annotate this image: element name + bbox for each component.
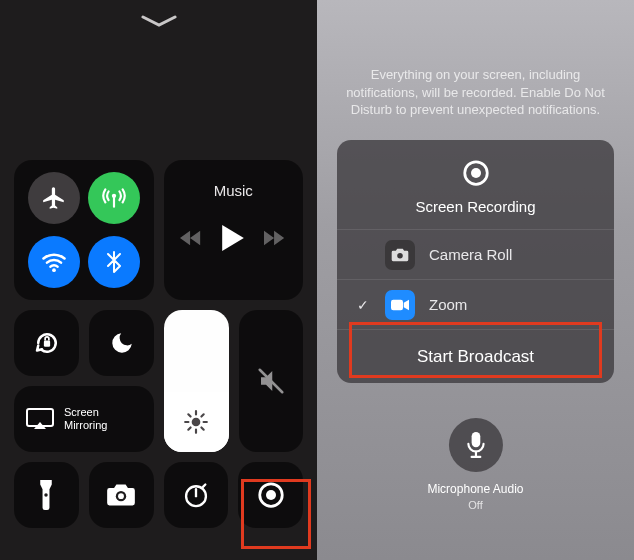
camera-roll-icon bbox=[385, 240, 415, 270]
wifi-toggle[interactable] bbox=[28, 236, 80, 288]
brightness-icon bbox=[183, 409, 209, 435]
camera-button[interactable] bbox=[89, 462, 154, 528]
mic-title: Microphone Audio bbox=[427, 482, 523, 498]
svg-point-7 bbox=[118, 493, 124, 499]
start-broadcast-button[interactable]: Start Broadcast bbox=[337, 329, 614, 383]
svg-rect-2 bbox=[43, 341, 49, 347]
svg-point-10 bbox=[266, 490, 276, 500]
volume-slider[interactable] bbox=[239, 310, 304, 452]
record-icon bbox=[256, 480, 286, 510]
screen-recording-panel: Everything on your screen, including not… bbox=[317, 0, 634, 560]
play-icon[interactable] bbox=[222, 225, 244, 251]
check-icon: ✓ bbox=[355, 297, 371, 313]
camera-icon bbox=[106, 483, 136, 507]
rotation-lock-icon bbox=[32, 328, 62, 358]
screen-mirroring-button[interactable]: Screen Mirroring bbox=[14, 386, 154, 452]
airplane-icon bbox=[41, 185, 67, 211]
mic-status: Off bbox=[427, 498, 523, 512]
airplane-mode-toggle[interactable] bbox=[28, 172, 80, 224]
svg-point-13 bbox=[397, 252, 403, 258]
bluetooth-icon bbox=[102, 250, 126, 274]
do-not-disturb-toggle[interactable] bbox=[89, 310, 154, 376]
airplay-icon bbox=[26, 408, 54, 430]
flashlight-button[interactable] bbox=[14, 462, 79, 528]
zoom-app-icon bbox=[385, 290, 415, 320]
option-label: Zoom bbox=[429, 296, 467, 313]
svg-point-4 bbox=[192, 418, 201, 427]
orientation-lock-toggle[interactable] bbox=[14, 310, 79, 376]
recording-description: Everything on your screen, including not… bbox=[337, 66, 614, 119]
option-camera-roll[interactable]: Camera Roll bbox=[337, 229, 614, 279]
timer-icon bbox=[182, 481, 210, 509]
volume-mute-icon bbox=[256, 366, 286, 396]
svg-point-1 bbox=[52, 268, 56, 272]
screen-record-button[interactable] bbox=[238, 462, 303, 528]
svg-point-12 bbox=[471, 168, 481, 178]
microphone-label: Microphone Audio Off bbox=[427, 482, 523, 512]
recording-sheet: Screen Recording Camera Roll ✓ Zoom Star… bbox=[337, 140, 614, 383]
brightness-slider[interactable] bbox=[164, 310, 229, 452]
connectivity-tile bbox=[14, 160, 154, 300]
timer-button[interactable] bbox=[164, 462, 229, 528]
bluetooth-toggle[interactable] bbox=[88, 236, 140, 288]
microphone-icon bbox=[464, 432, 486, 458]
option-zoom[interactable]: ✓ Zoom bbox=[337, 279, 614, 329]
svg-rect-15 bbox=[471, 432, 480, 447]
sheet-header: Screen Recording bbox=[337, 140, 614, 229]
wifi-icon bbox=[40, 248, 68, 276]
microphone-toggle[interactable] bbox=[448, 418, 502, 472]
record-icon bbox=[461, 158, 491, 188]
screen-mirroring-label: Screen Mirroring bbox=[64, 406, 107, 432]
next-track-icon[interactable] bbox=[264, 229, 286, 247]
microphone-control: Microphone Audio Off bbox=[427, 418, 523, 512]
music-tile[interactable]: Music bbox=[164, 160, 303, 300]
antenna-icon bbox=[101, 185, 127, 211]
sheet-title: Screen Recording bbox=[415, 198, 535, 215]
action-label: Start Broadcast bbox=[417, 347, 534, 367]
moon-icon bbox=[109, 330, 135, 356]
chevron-down-icon[interactable] bbox=[141, 15, 177, 29]
option-label: Camera Roll bbox=[429, 246, 512, 263]
prev-track-icon[interactable] bbox=[180, 229, 202, 247]
cellular-data-toggle[interactable] bbox=[88, 172, 140, 224]
svg-point-5 bbox=[45, 493, 48, 496]
control-center-grid: Music bbox=[14, 160, 303, 538]
svg-rect-14 bbox=[391, 299, 403, 310]
music-label: Music bbox=[214, 182, 253, 199]
music-transport bbox=[180, 225, 286, 251]
flashlight-icon bbox=[37, 480, 55, 510]
control-center-panel: Music bbox=[0, 0, 317, 560]
